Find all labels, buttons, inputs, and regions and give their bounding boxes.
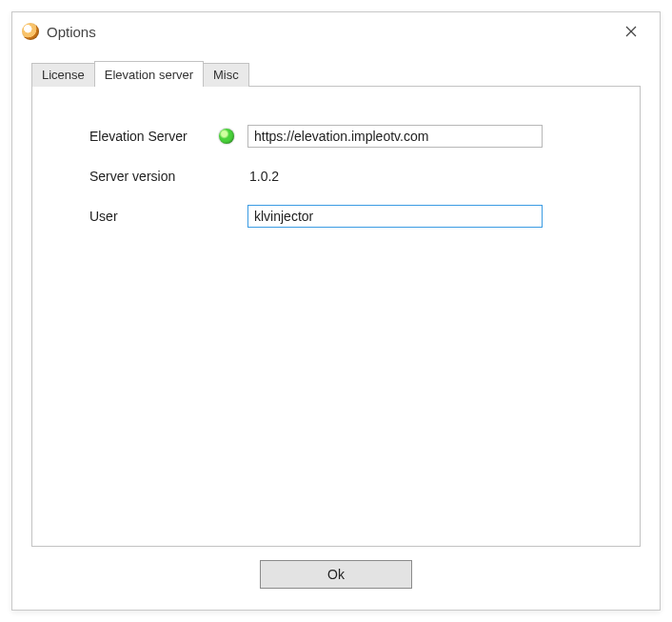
user-input[interactable]: [247, 205, 543, 228]
server-version-label: Server version: [89, 169, 223, 184]
tabstrip: License Elevation server Misc: [31, 62, 641, 87]
elevation-server-input[interactable]: [247, 125, 543, 148]
close-icon: [625, 26, 637, 37]
options-dialog: Options License Elevation server Misc El…: [11, 11, 661, 611]
tab-label: Elevation server: [105, 68, 193, 82]
dialog-footer: Ok: [31, 547, 641, 594]
dialog-body: License Elevation server Misc Elevation …: [12, 50, 660, 610]
user-label: User: [89, 209, 223, 224]
tab-misc[interactable]: Misc: [203, 63, 249, 87]
row-user: User: [89, 205, 592, 228]
row-elevation-server: Elevation Server: [89, 125, 592, 148]
server-version-value: 1.0.2: [247, 169, 279, 184]
window-title: Options: [47, 24, 96, 40]
tab-panel-elevation-server: Elevation Server Server version 1.0.2 Us…: [31, 86, 641, 547]
tab-license[interactable]: License: [31, 63, 95, 87]
tab-label: License: [42, 68, 85, 82]
close-button[interactable]: [612, 17, 650, 46]
ok-button[interactable]: Ok: [260, 560, 412, 589]
status-led-icon: [219, 129, 234, 144]
row-server-version: Server version 1.0.2: [89, 169, 592, 184]
tab-elevation-server[interactable]: Elevation server: [94, 61, 204, 87]
app-icon: [22, 23, 39, 40]
tab-label: Misc: [213, 68, 239, 82]
titlebar: Options: [12, 12, 660, 50]
elevation-server-label: Elevation Server: [89, 129, 223, 144]
